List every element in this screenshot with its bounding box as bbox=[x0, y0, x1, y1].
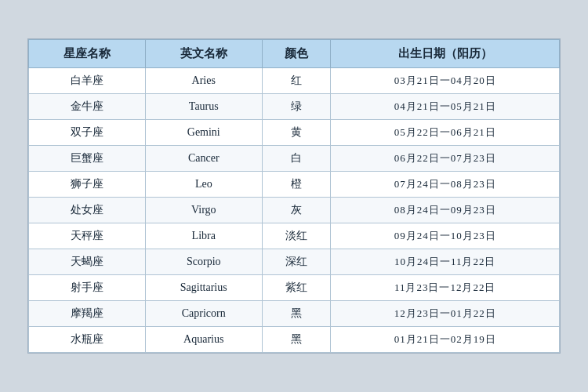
cell-chinese-name: 处女座 bbox=[29, 198, 146, 223]
cell-dates: 03月21日一04月20日 bbox=[331, 68, 560, 94]
cell-dates: 07月24日一08月23日 bbox=[331, 172, 560, 198]
header-chinese-name: 星座名称 bbox=[29, 40, 146, 68]
cell-english-name: Aries bbox=[145, 68, 262, 94]
cell-chinese-name: 天秤座 bbox=[29, 223, 146, 249]
cell-chinese-name: 金牛座 bbox=[29, 94, 146, 120]
table-row: 巨蟹座Cancer白06月22日一07月23日 bbox=[29, 146, 560, 172]
cell-chinese-name: 摩羯座 bbox=[29, 301, 146, 327]
cell-color: 黑 bbox=[262, 327, 331, 353]
cell-color: 淡红 bbox=[262, 223, 331, 249]
cell-color: 白 bbox=[262, 146, 331, 172]
table-row: 水瓶座Aquarius黑01月21日一02月19日 bbox=[29, 327, 560, 353]
cell-dates: 11月23日一12月22日 bbox=[331, 275, 560, 301]
cell-english-name: Libra bbox=[145, 223, 262, 249]
header-color: 颜色 bbox=[262, 40, 331, 68]
cell-chinese-name: 狮子座 bbox=[29, 172, 146, 198]
cell-english-name: Scorpio bbox=[145, 249, 262, 275]
cell-english-name: Taurus bbox=[145, 94, 262, 120]
table-row: 天蝎座Scorpio深红10月24日一11月22日 bbox=[29, 249, 560, 275]
cell-dates: 12月23日一01月22日 bbox=[331, 301, 560, 327]
cell-chinese-name: 巨蟹座 bbox=[29, 146, 146, 172]
table-row: 射手座Sagittarius紫红11月23日一12月22日 bbox=[29, 275, 560, 301]
cell-chinese-name: 白羊座 bbox=[29, 68, 146, 94]
cell-english-name: Capricorn bbox=[145, 301, 262, 327]
cell-color: 紫红 bbox=[262, 275, 331, 301]
table-row: 双子座Gemini黄05月22日一06月21日 bbox=[29, 120, 560, 146]
table-header-row: 星座名称 英文名称 颜色 出生日期（阳历） bbox=[29, 40, 560, 68]
table-row: 狮子座Leo橙07月24日一08月23日 bbox=[29, 172, 560, 198]
header-birth-date: 出生日期（阳历） bbox=[331, 40, 560, 68]
cell-color: 红 bbox=[262, 68, 331, 94]
table-body: 白羊座Aries红03月21日一04月20日金牛座Taurus绿04月21日一0… bbox=[29, 68, 560, 353]
cell-color: 黑 bbox=[262, 301, 331, 327]
table-row: 天秤座Libra淡红09月24日一10月23日 bbox=[29, 223, 560, 249]
cell-english-name: Aquarius bbox=[145, 327, 262, 353]
table-row: 摩羯座Capricorn黑12月23日一01月22日 bbox=[29, 301, 560, 327]
cell-color: 黄 bbox=[262, 120, 331, 146]
cell-chinese-name: 水瓶座 bbox=[29, 327, 146, 353]
cell-english-name: Sagittarius bbox=[145, 275, 262, 301]
zodiac-table: 星座名称 英文名称 颜色 出生日期（阳历） 白羊座Aries红03月21日一04… bbox=[28, 39, 560, 353]
cell-dates: 05月22日一06月21日 bbox=[331, 120, 560, 146]
cell-dates: 10月24日一11月22日 bbox=[331, 249, 560, 275]
cell-color: 深红 bbox=[262, 249, 331, 275]
cell-chinese-name: 双子座 bbox=[29, 120, 146, 146]
cell-english-name: Virgo bbox=[145, 198, 262, 223]
cell-dates: 06月22日一07月23日 bbox=[331, 146, 560, 172]
cell-dates: 08月24日一09月23日 bbox=[331, 198, 560, 223]
table-row: 白羊座Aries红03月21日一04月20日 bbox=[29, 68, 560, 94]
cell-english-name: Gemini bbox=[145, 120, 262, 146]
cell-dates: 09月24日一10月23日 bbox=[331, 223, 560, 249]
zodiac-table-container: 星座名称 英文名称 颜色 出生日期（阳历） 白羊座Aries红03月21日一04… bbox=[27, 38, 561, 354]
header-english-name: 英文名称 bbox=[145, 40, 262, 68]
table-row: 金牛座Taurus绿04月21日一05月21日 bbox=[29, 94, 560, 120]
cell-english-name: Cancer bbox=[145, 146, 262, 172]
table-row: 处女座Virgo灰08月24日一09月23日 bbox=[29, 198, 560, 223]
cell-color: 绿 bbox=[262, 94, 331, 120]
cell-dates: 01月21日一02月19日 bbox=[331, 327, 560, 353]
cell-color: 橙 bbox=[262, 172, 331, 198]
cell-chinese-name: 天蝎座 bbox=[29, 249, 146, 275]
cell-english-name: Leo bbox=[145, 172, 262, 198]
cell-dates: 04月21日一05月21日 bbox=[331, 94, 560, 120]
cell-color: 灰 bbox=[262, 198, 331, 223]
cell-chinese-name: 射手座 bbox=[29, 275, 146, 301]
